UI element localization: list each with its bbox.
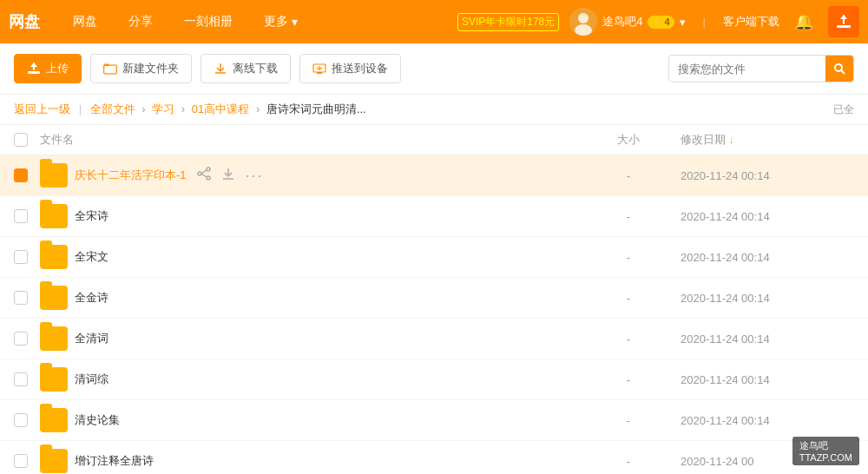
more-icon[interactable]: ···	[246, 167, 264, 185]
avatar	[569, 8, 597, 36]
search-button[interactable]	[825, 55, 853, 82]
file-name-cell: 全金诗	[40, 286, 576, 310]
file-checkbox[interactable]	[14, 372, 28, 386]
header-checkbox[interactable]	[14, 133, 40, 147]
row-checkbox[interactable]	[14, 209, 40, 223]
file-checkbox[interactable]	[14, 454, 28, 468]
row-checkbox[interactable]	[14, 372, 40, 386]
download-icon[interactable]	[155, 411, 168, 429]
nav-item-yike[interactable]: 一刻相册	[168, 0, 248, 43]
row-checkbox[interactable]	[14, 454, 40, 468]
search-box	[668, 55, 854, 82]
breadcrumb-sep2: ›	[141, 102, 145, 115]
file-checkbox[interactable]	[14, 413, 28, 427]
new-folder-button[interactable]: 新建文件夹	[90, 54, 192, 83]
nav-item-wangpan[interactable]: 网盘	[57, 0, 113, 43]
more-icon[interactable]: ···	[168, 330, 186, 348]
file-size: -	[576, 373, 681, 386]
table-row[interactable]: 全金诗	[0, 278, 868, 319]
svg-point-35	[120, 294, 123, 298]
more-icon[interactable]: ···	[179, 411, 197, 430]
breadcrumb-back[interactable]: 返回上一级	[14, 102, 70, 115]
table-row[interactable]: 全宋诗	[0, 196, 868, 237]
more-icon[interactable]: ···	[168, 371, 186, 389]
col-size-header: 大小	[576, 132, 681, 148]
file-checkbox[interactable]	[14, 250, 28, 264]
row-checkbox[interactable]	[14, 332, 40, 346]
share-icon[interactable]	[197, 167, 211, 184]
row-checkbox[interactable]	[14, 168, 40, 182]
svg-point-27	[128, 249, 132, 253]
nav-item-share[interactable]: 分享	[113, 0, 168, 43]
download-icon[interactable]	[143, 371, 157, 388]
download-client-link[interactable]: 客户端下载	[723, 14, 779, 30]
table-row[interactable]: 全清词	[0, 319, 868, 359]
folder-icon	[40, 163, 68, 188]
download-icon[interactable]	[143, 330, 157, 347]
table-row[interactable]: 清词综	[0, 359, 868, 400]
more-icon[interactable]: ···	[168, 207, 186, 226]
table-row[interactable]: 全宋文	[0, 237, 868, 278]
download-icon[interactable]	[188, 452, 202, 470]
table-row[interactable]: 增订注释全唐诗	[0, 441, 868, 474]
file-name-cell: 增订注释全唐诗	[40, 449, 576, 473]
more-icon[interactable]: ···	[168, 248, 186, 267]
notification-icon[interactable]: 🔔	[790, 12, 818, 31]
share-icon[interactable]	[164, 452, 178, 470]
svg-point-28	[128, 258, 132, 261]
share-icon[interactable]	[130, 411, 144, 429]
share-icon[interactable]	[119, 371, 133, 388]
download-icon[interactable]	[143, 289, 157, 306]
share-icon[interactable]	[119, 207, 133, 225]
file-checkbox[interactable]	[14, 209, 28, 223]
breadcrumb-all-files[interactable]: 全部文件	[90, 102, 135, 115]
more-icon[interactable]: ···	[213, 452, 231, 471]
select-all-checkbox[interactable]	[14, 133, 28, 147]
svg-point-59	[165, 458, 168, 461]
file-name-text: 全宋诗	[75, 208, 108, 224]
share-icon[interactable]	[119, 289, 133, 306]
upload-button[interactable]: 上传	[14, 54, 82, 83]
download-icon[interactable]	[143, 248, 157, 266]
more-icon[interactable]: ···	[168, 289, 186, 307]
breadcrumb-path1[interactable]: 学习	[152, 102, 174, 115]
file-checkbox[interactable]	[14, 332, 28, 346]
file-name-cell: 全宋诗	[40, 204, 576, 228]
col-date-header[interactable]: 修改日期 ↓	[681, 132, 854, 148]
file-name-text: 增订注释全唐诗	[75, 453, 154, 469]
row-checkbox[interactable]	[14, 250, 40, 264]
svg-line-14	[841, 70, 845, 74]
file-name-cell: 庆长十二年活字印本-1	[40, 163, 576, 188]
folder-icon	[40, 449, 68, 473]
folder-icon	[40, 367, 68, 392]
table-row[interactable]: 清史论集	[0, 400, 868, 441]
push-device-button[interactable]: 推送到设备	[299, 54, 401, 83]
breadcrumb-path2[interactable]: 01高中课程	[192, 102, 249, 115]
file-name-cell: 清史论集	[40, 408, 576, 432]
svg-point-21	[128, 208, 132, 212]
file-date: 2020-11-24 00:14	[681, 414, 854, 427]
search-input[interactable]	[669, 63, 825, 76]
user-area[interactable]: 途鸟吧4 ⚡4 ▾	[569, 8, 685, 36]
download-icon[interactable]	[143, 207, 157, 225]
app-logo[interactable]: 网盘	[9, 11, 40, 32]
file-name-cell: 全宋文	[40, 245, 576, 269]
upload-square-btn[interactable]	[828, 6, 859, 37]
row-checkbox[interactable]	[14, 413, 40, 427]
coin-badge: ⚡4	[648, 16, 674, 29]
file-checkbox[interactable]	[14, 168, 28, 182]
svip-badge[interactable]: SVIP年卡限时178元	[457, 13, 559, 31]
row-checkbox[interactable]	[14, 291, 40, 305]
offline-download-button[interactable]: 离线下载	[201, 54, 291, 83]
share-icon[interactable]	[119, 330, 133, 347]
svg-point-39	[128, 331, 132, 334]
table-row[interactable]: 庆长十二年活字印本-1	[0, 155, 868, 196]
file-checkbox[interactable]	[14, 291, 28, 305]
download-icon[interactable]	[221, 167, 235, 184]
file-rows-container: 庆长十二年活字印本-1	[0, 155, 868, 474]
svg-line-55	[135, 418, 140, 422]
nav-item-more[interactable]: 更多 ▾	[248, 0, 313, 43]
svg-line-25	[123, 214, 128, 218]
share-icon[interactable]	[119, 248, 133, 266]
svg-point-13	[835, 64, 842, 71]
